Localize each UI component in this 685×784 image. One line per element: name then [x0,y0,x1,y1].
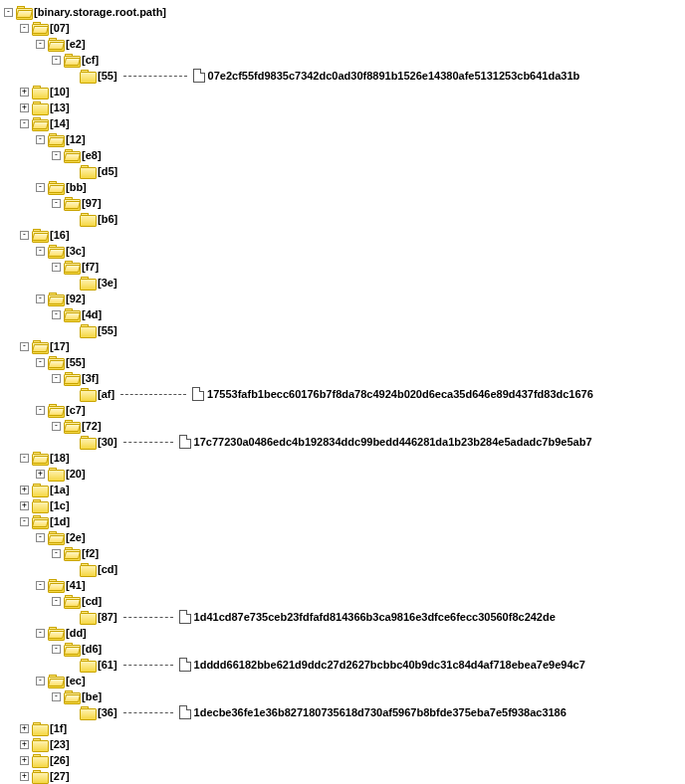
tree-node[interactable]: [cd] [68,561,681,577]
tree-node[interactable]: [b6] [68,211,681,227]
node-label[interactable]: [3f] [82,372,99,384]
tree-node[interactable]: +[13] [20,99,681,115]
node-label[interactable]: [1c] [50,499,70,511]
tree-node[interactable]: -[97] [52,195,681,211]
node-label[interactable]: [12] [66,133,86,145]
node-label[interactable]: [2e] [66,531,86,543]
node-label[interactable]: [97] [82,197,102,209]
collapse-toggle[interactable]: - [36,135,45,144]
collapse-toggle[interactable]: - [36,183,45,192]
tree-node[interactable]: -[92] [36,291,681,306]
collapse-toggle[interactable]: - [52,549,61,558]
tree-node[interactable]: -[14] [20,115,681,131]
collapse-toggle[interactable]: - [36,40,45,49]
collapse-toggle[interactable]: - [52,597,61,606]
node-label[interactable]: [72] [82,420,102,432]
node-label[interactable]: [20] [66,468,86,480]
node-label[interactable]: [55] [98,324,117,336]
node-label[interactable]: [55] [66,356,86,368]
expand-toggle[interactable]: + [36,470,45,479]
tree-node[interactable]: [36]1decbe36fe1e36b827180735618d730af596… [68,704,681,720]
collapse-toggle[interactable]: - [36,533,45,542]
tree-node[interactable]: +[27] [20,768,681,784]
node-label[interactable]: [e8] [82,149,102,161]
node-label[interactable]: [e2] [66,38,86,50]
tree-node[interactable]: -[17] [20,338,681,354]
tree-node[interactable]: +[1a] [20,482,681,497]
node-label[interactable]: [1a] [50,484,70,495]
node-label[interactable]: [1d] [50,515,70,527]
node-label[interactable]: [3e] [98,277,117,289]
tree-node[interactable]: [55]07e2cf55fd9835c7342dc0ad30f8891b1526… [68,68,681,84]
collapse-toggle[interactable]: - [36,406,45,415]
node-label[interactable]: [bb] [66,181,87,193]
collapse-toggle[interactable]: - [36,294,45,303]
collapse-toggle[interactable]: - [52,374,61,383]
node-label[interactable]: [1f] [50,722,67,734]
expand-toggle[interactable]: + [20,740,29,749]
tree-node[interactable]: [d5] [68,163,681,179]
node-label[interactable]: [16] [50,229,70,241]
node-label[interactable]: [d6] [82,643,102,655]
node-label[interactable]: [d5] [98,165,117,177]
tree-node[interactable]: -[cf] [52,52,681,68]
tree-node[interactable]: [3e] [68,275,681,291]
tree-node[interactable]: -[d6] [52,641,681,657]
node-label[interactable]: [30] [98,436,117,448]
node-label[interactable]: [18] [50,452,70,464]
collapse-toggle[interactable]: - [36,629,45,638]
collapse-toggle[interactable]: - [52,151,61,160]
collapse-toggle[interactable]: - [36,247,45,256]
tree-node[interactable]: -[3c] [36,243,681,259]
collapse-toggle[interactable]: - [4,8,13,17]
tree-node[interactable]: -[2e] [36,529,681,545]
node-label[interactable]: [10] [50,86,70,98]
node-label[interactable]: [92] [66,293,86,304]
tree-node[interactable]: -[55] [36,354,681,370]
node-label[interactable]: [55] [98,70,117,82]
expand-toggle[interactable]: + [20,724,29,733]
node-label[interactable]: [27] [50,770,70,782]
collapse-toggle[interactable]: - [52,310,61,319]
expand-toggle[interactable]: + [20,103,29,112]
collapse-toggle[interactable]: - [20,24,29,33]
expand-toggle[interactable]: + [20,756,29,765]
tree-node[interactable]: -[18] [20,450,681,466]
node-label[interactable]: [13] [50,101,70,113]
node-label[interactable]: [ec] [66,675,86,686]
tree-node[interactable]: -[4d] [52,306,681,322]
tree-node[interactable]: +[26] [20,752,681,768]
tree-node[interactable]: +[10] [20,84,681,99]
node-label[interactable]: [4d] [82,308,102,320]
node-label[interactable]: [f2] [82,547,99,559]
node-label[interactable]: [b6] [98,213,117,225]
node-label[interactable]: [3c] [66,245,86,257]
tree-node[interactable]: -[72] [52,418,681,434]
node-label[interactable]: [14] [50,117,70,129]
tree-node[interactable]: -[12] [36,131,681,147]
tree-node[interactable]: -[1d] [20,513,681,529]
node-label[interactable]: [binary.storage.root.path] [34,6,166,18]
tree-node[interactable]: -[dd] [36,625,681,641]
node-label[interactable]: [cd] [98,563,117,575]
node-label[interactable]: [af] [98,388,114,400]
tree-node[interactable]: -[f2] [52,545,681,561]
collapse-toggle[interactable]: - [52,692,61,701]
expand-toggle[interactable]: + [20,772,29,781]
tree-node[interactable]: +[1f] [20,720,681,736]
tree-node[interactable]: -[e2] [36,36,681,52]
expand-toggle[interactable]: + [20,486,29,494]
collapse-toggle[interactable]: - [20,517,29,526]
tree-node[interactable]: -[bb] [36,179,681,195]
node-label[interactable]: [17] [50,340,70,352]
tree-node[interactable]: -[cd] [52,593,681,609]
tree-node[interactable]: -[41] [36,577,681,593]
node-label[interactable]: [26] [50,754,70,766]
node-label[interactable]: [07] [50,22,70,34]
tree-root-node[interactable]: -[binary.storage.root.path] [4,4,681,20]
collapse-toggle[interactable]: - [20,119,29,128]
tree-node[interactable]: -[07] [20,20,681,36]
tree-node[interactable]: [55] [68,322,681,338]
node-label[interactable]: [be] [82,690,102,702]
tree-node[interactable]: -[e8] [52,147,681,163]
